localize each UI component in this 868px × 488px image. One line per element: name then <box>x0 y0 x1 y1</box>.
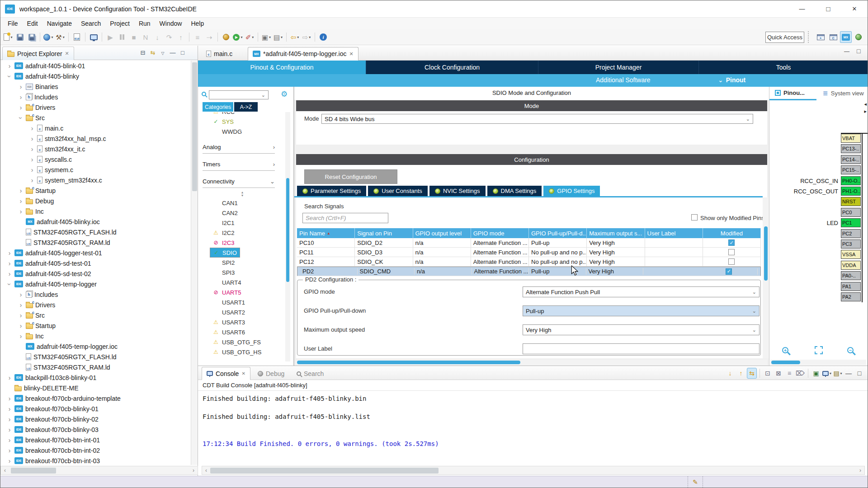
tree-item[interactable]: ›IDEbreakout-f070cb-arduino-template <box>0 393 190 404</box>
tree-expand-icon[interactable]: › <box>18 291 24 298</box>
open-new-console-icon[interactable]: ▤▾ <box>833 368 843 379</box>
column-header[interactable]: GPIO output level <box>413 228 471 238</box>
tree-expand-icon[interactable]: › <box>18 312 24 319</box>
zoom-out-button[interactable]: − <box>844 344 856 356</box>
pin-pc15[interactable]: PC15-.. <box>841 165 861 174</box>
tab-project-manager[interactable]: Project Manager <box>538 61 699 74</box>
column-header[interactable]: Signal on Pin <box>355 228 413 238</box>
peripheral-item-sdio[interactable]: ✓SDIO <box>210 248 240 258</box>
tree-expand-icon[interactable]: › <box>18 187 24 194</box>
save-all-icon[interactable] <box>26 31 37 43</box>
debug-icon[interactable] <box>221 31 231 43</box>
modified-checkbox[interactable]: ✓ <box>726 268 732 275</box>
gpio-row-pc12[interactable]: PC12SDIO_CKn/aAlternate Function ...No p… <box>297 257 761 267</box>
scroll-spinner-icon[interactable]: ▴▾ <box>198 191 287 197</box>
menu-help[interactable]: Help <box>186 18 208 29</box>
expand-right-icon[interactable]: ▸ <box>864 108 867 114</box>
tree-expand-icon[interactable]: › <box>29 125 35 132</box>
tree-item[interactable]: MXadafruit-f405-temp-logger.ioc <box>0 341 190 352</box>
tree-collapse-icon[interactable]: › <box>17 115 24 121</box>
peripheral-list-vscrollbar[interactable] <box>285 112 290 361</box>
scroll-to-top-icon[interactable]: ↑ <box>736 368 746 379</box>
build-binary-icon[interactable]: 010 <box>71 31 82 43</box>
pinout-hscrollbar[interactable] <box>770 360 866 365</box>
tree-expand-icon[interactable]: › <box>18 322 24 329</box>
open-perspective-icon[interactable]: + <box>815 31 826 43</box>
peripheral-item[interactable]: ⚠RCC <box>198 112 277 117</box>
best-fit-button[interactable] <box>813 344 825 356</box>
tree-expand-icon[interactable]: › <box>29 145 35 153</box>
use-step-filters-icon[interactable]: ⇢ <box>204 31 215 43</box>
tree-expand-icon[interactable]: › <box>29 135 35 142</box>
back-history-icon[interactable]: ⇦▾ <box>289 31 300 43</box>
tab-clock-configuration[interactable]: Clock Configuration <box>366 61 538 74</box>
tree-expand-icon[interactable]: › <box>29 177 35 184</box>
debug-perspective-icon[interactable] <box>853 31 864 43</box>
modified-checkbox[interactable] <box>728 258 735 265</box>
peripheral-search-combo[interactable]: ⌄ <box>209 90 269 99</box>
tree-expand-icon[interactable]: › <box>7 395 12 402</box>
pin-pc13[interactable]: PC13-.. <box>841 144 861 153</box>
menu-file[interactable]: File <box>3 18 23 29</box>
tree-item[interactable]: ›cstm32f4xx_it.c <box>0 144 190 154</box>
peripheral-item-i2c3[interactable]: ⊘I2C3 <box>198 238 277 248</box>
open-console-icon[interactable]: ▣ <box>811 368 821 379</box>
peripheral-item-spi3[interactable]: SPI3 <box>198 267 277 277</box>
tree-item[interactable]: ›IDEbreakout-f070cb-btn-int-03 <box>0 455 190 465</box>
tree-item[interactable]: MXadafruit-f405-blinky.ioc <box>0 216 190 227</box>
tree-item[interactable]: blinky-DELETE-ME <box>0 383 190 393</box>
tree-item[interactable]: ›hIncludes <box>0 289 190 300</box>
scroll-lock-icon[interactable]: ⊠ <box>774 368 783 379</box>
tree-expand-icon[interactable]: › <box>18 94 24 101</box>
menu-project[interactable]: Project <box>105 18 134 29</box>
user-label-input[interactable] <box>523 343 760 354</box>
tree-item[interactable]: ›cDrivers <box>0 102 190 113</box>
peripheral-item-usart3[interactable]: ⚠USART3 <box>198 317 277 327</box>
menu-window[interactable]: Window <box>155 18 187 29</box>
modified-checkbox[interactable] <box>728 249 735 255</box>
peripheral-item-i2c2[interactable]: ⚠I2C2 <box>198 228 277 238</box>
tree-item[interactable]: ›IDEbreakout-f070cb-btn-int-02 <box>0 445 190 455</box>
column-header[interactable]: Pin Name▲ <box>297 228 355 238</box>
annotations-icon[interactable]: ▤▾ <box>273 31 283 43</box>
menu-navigate[interactable]: Navigate <box>42 18 76 29</box>
tree-expand-icon[interactable]: › <box>18 83 24 90</box>
project-tree-hscrollbar[interactable]: ‹ › <box>0 466 198 475</box>
mode-select[interactable]: SD 4 bits Wide bus⌄ <box>321 114 753 124</box>
step-into-icon[interactable]: ↓ <box>152 31 163 43</box>
menu-search[interactable]: Search <box>76 18 105 29</box>
console-tab-debug[interactable]: Debug <box>253 367 289 380</box>
pin-pc0[interactable]: PC0 <box>841 208 861 217</box>
pinout-hscrollbar-thumb[interactable] <box>771 361 800 364</box>
new-wizard-icon[interactable]: ▾ <box>3 31 14 43</box>
pin-pc14[interactable]: PC14-.. <box>841 155 861 164</box>
gpio-pull-up-pull-down-select[interactable]: Pull-up⌄ <box>523 305 760 316</box>
view-menu-icon[interactable]: ▽ <box>158 48 168 58</box>
open-console-view-icon[interactable] <box>88 31 99 43</box>
mode-section-header[interactable]: Mode <box>296 100 767 111</box>
tree-item[interactable]: ›cstm32f4xx_hal_msp.c <box>0 133 190 144</box>
tree-expand-icon[interactable]: › <box>18 104 24 111</box>
signals-search-input[interactable] <box>302 213 388 223</box>
tab-a-to-z[interactable]: A->Z <box>234 102 258 112</box>
peripheral-item-can1[interactable]: CAN1 <box>198 198 277 208</box>
config-hscrollbar-thumb[interactable] <box>297 361 520 364</box>
tab-system-view[interactable]: ≣ System view <box>823 89 864 97</box>
peripheral-category-analog[interactable]: Analog› <box>203 143 275 154</box>
tree-item[interactable]: LDSTM32F405RGTX_RAM.ld <box>0 237 190 248</box>
forward-history-icon[interactable]: ⇨▾ <box>301 31 312 43</box>
pin-pa0[interactable]: PA0-.. <box>841 271 861 280</box>
step-over-icon[interactable]: ↷ <box>164 31 175 43</box>
pin-ph0o[interactable]: PH0-O.. <box>841 176 861 185</box>
device-configuration-perspective-icon[interactable]: MX <box>840 31 852 43</box>
pin-vbat[interactable]: VBAT <box>841 134 861 143</box>
tree-expand-icon[interactable]: › <box>7 447 12 454</box>
peripheral-item-can2[interactable]: CAN2 <box>198 208 277 218</box>
tree-item[interactable]: LDSTM32F405RGTX_FLASH.ld <box>0 352 190 362</box>
editor-minimize-icon[interactable]: — <box>844 48 849 55</box>
peripheral-item[interactable]: ✓SYS <box>198 117 277 127</box>
tree-item[interactable]: ›cSrc <box>0 113 190 123</box>
peripheral-category-connectivity[interactable]: Connectivity⌄ <box>203 177 275 188</box>
maximum-output-speed-select[interactable]: Very High⌄ <box>523 324 760 335</box>
minimize-icon[interactable]: — <box>168 47 178 57</box>
